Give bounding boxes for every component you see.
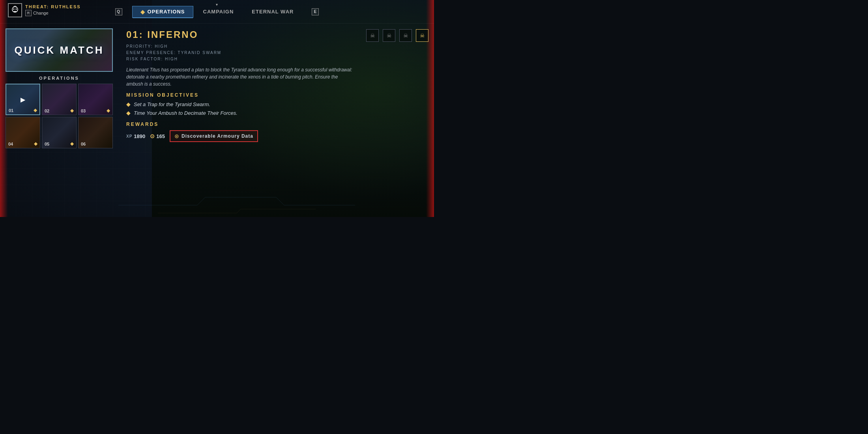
quick-match-banner[interactable]: QUICK MATCH (6, 28, 113, 72)
op-card-3[interactable]: 03 ◆ (78, 84, 113, 115)
xp-label: XP (126, 134, 132, 138)
op-card-1[interactable]: ▶ 01 ◆ (6, 84, 40, 115)
operations-section-label: OPERATIONS (6, 76, 113, 80)
meta-priority: PRIORITY: HIGH (126, 43, 426, 50)
op-4-number: 04 (8, 142, 13, 146)
coin-icon: ⊙ (150, 133, 155, 139)
threat-indicator: THREAT: RUTHLESS R Change (8, 3, 81, 17)
op-2-number: 02 (45, 108, 49, 113)
tab-quick[interactable]: Q (107, 6, 131, 18)
rewards-section-title: REWARDS (126, 122, 426, 127)
main-content-wrapper: THREAT: RUTHLESS R Change ▾ Q ◆ Operatio… (0, 0, 434, 217)
quick-key-badge: Q (115, 8, 122, 15)
meta-risk: RISK FACTOR: HIGH (126, 56, 426, 62)
svg-line-12 (237, 209, 241, 213)
op-1-diamond-icon: ◆ (34, 107, 37, 113)
decorative-circuit-lines (118, 193, 434, 217)
tab-operations[interactable]: ◆ Operations (132, 6, 193, 18)
op-1-number: 01 (9, 108, 13, 113)
armoury-text: Discoverable Armoury Data (181, 133, 253, 139)
tab-campaign[interactable]: Campaign (195, 6, 242, 17)
tab-active-underline (133, 17, 193, 18)
quick-match-text: QUICK MATCH (15, 44, 104, 56)
operations-section: OPERATIONS ▶ 01 ◆ 02 ◆ (6, 76, 113, 148)
change-text: Change (33, 11, 49, 15)
armoury-badge[interactable]: ⊛ Discoverable Armoury Data (170, 130, 258, 142)
threat-text-block: THREAT: RUTHLESS R Change (25, 4, 81, 16)
op-1-play-icon: ▶ (21, 96, 25, 103)
op-5-number: 05 (45, 142, 49, 146)
operations-diamond-icon: ◆ (140, 9, 145, 15)
op-5-diamond-icon: ◆ (70, 141, 74, 146)
diff-icon-4: ☠ (416, 29, 428, 42)
top-navigation: THREAT: RUTHLESS R Change ▾ Q ◆ Operatio… (0, 0, 434, 24)
svg-point-2 (16, 9, 17, 10)
mission-description: Lieutenant Titus has proposed a plan to … (126, 66, 355, 88)
tab-eternal-key[interactable]: E (303, 6, 327, 18)
op-4-diamond-icon: ◆ (34, 141, 37, 146)
diff-icon-2: ☠ (383, 29, 395, 42)
op-card-5[interactable]: 05 ◆ (42, 117, 77, 148)
op-card-2[interactable]: 02 ◆ (42, 84, 77, 115)
op-card-4[interactable]: 04 ◆ (6, 117, 40, 148)
meta-enemy: ENEMY PRESENCE: TYRANID SWARM (126, 50, 426, 56)
objectives-section-title: MISSION OBJECTIVES (126, 92, 426, 98)
threat-skull-icon (8, 3, 22, 17)
objectives-list: ◆ Set a Trap for the Tyranid Swarm. ◆ Ti… (126, 101, 426, 116)
obj-2-diamond-icon: ◆ (126, 110, 131, 116)
obj-1-text: Set a Trap for the Tyranid Swarm. (134, 101, 210, 107)
diff-icon-1: ☠ (366, 29, 379, 42)
svg-point-1 (13, 9, 15, 10)
nav-tabs-container: ▾ Q ◆ Operations Campaign Eternal War E (107, 6, 327, 18)
rewards-row: XP 1890 ⊙ 165 ⊛ Discoverable Armoury Dat… (126, 130, 426, 142)
op-card-6[interactable]: 06 (78, 117, 113, 148)
op-6-number: 06 (81, 142, 86, 146)
left-panel: QUICK MATCH OPERATIONS ▶ 01 ◆ 02 ◆ (0, 24, 118, 217)
op-2-diamond-icon: ◆ (70, 108, 74, 113)
svg-line-7 (197, 197, 205, 205)
objective-item-2: ◆ Time Your Ambush to Decimate Their For… (126, 110, 426, 116)
threat-change-row: R Change (25, 10, 81, 16)
operations-grid: ▶ 01 ◆ 02 ◆ 03 ◆ (6, 84, 113, 148)
xp-reward: XP 1890 (126, 133, 145, 139)
main-layout: QUICK MATCH OPERATIONS ▶ 01 ◆ 02 ◆ (0, 24, 434, 217)
difficulty-icons-row: ☠ ☠ ☠ ☠ (366, 29, 428, 42)
tab-campaign-label: Campaign (203, 9, 234, 15)
xp-value: 1890 (134, 133, 145, 139)
op-3-diamond-icon: ◆ (107, 108, 110, 113)
op-3-number: 03 (81, 108, 86, 113)
coin-value: 165 (156, 133, 165, 139)
obj-1-diamond-icon: ◆ (126, 101, 131, 107)
coin-reward: ⊙ 165 (150, 133, 165, 139)
tab-operations-label: Operations (148, 9, 185, 15)
svg-line-9 (276, 197, 284, 205)
objective-item-1: ◆ Set a Trap for the Tyranid Swarm. (126, 101, 426, 107)
tab-eternal-war[interactable]: Eternal War (243, 6, 302, 17)
armoury-icon: ⊛ (174, 133, 179, 139)
mission-meta: PRIORITY: HIGH ENEMY PRESENCE: TYRANID S… (126, 43, 426, 62)
tab-eternal-war-label: Eternal War (252, 9, 294, 15)
obj-2-text: Time Your Ambush to Decimate Their Force… (134, 110, 238, 116)
threat-label: THREAT: RUTHLESS (25, 4, 81, 9)
change-key-badge: R (25, 10, 32, 16)
diff-icon-3: ☠ (399, 29, 412, 42)
eternal-key-badge: E (312, 8, 319, 15)
right-panel: ☠ ☠ ☠ ☠ 01: INFERNO PRIORITY: HIGH ENEMY… (118, 24, 434, 217)
